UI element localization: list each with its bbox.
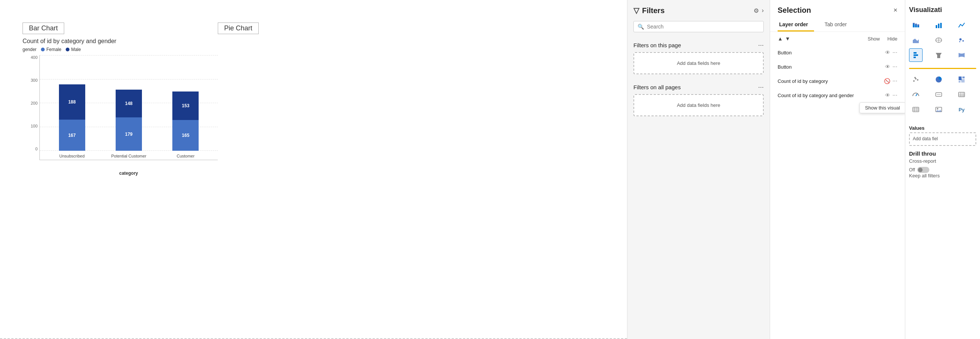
tab-layer-order[interactable]: Layer order (778, 18, 814, 32)
selection-item-count-cat-gender[interactable]: Count of id by category and gender 👁 ···… (773, 88, 902, 102)
sel-item-actions-4: 👁 ··· (885, 92, 897, 99)
filters-on-this-page-section: Filters on this page ··· Add data fields… (633, 38, 764, 74)
drill-through-section: Drill throu Cross-report Off Keep all fi… (909, 150, 976, 179)
sel-item-left-1: Button (778, 50, 792, 55)
sel-item-dots-3[interactable]: ··· (892, 78, 897, 84)
viz-icon-matrix[interactable] (909, 103, 923, 116)
y-tick-0: 0 (35, 147, 38, 151)
sel-item-left-2: Button (778, 64, 792, 70)
sel-item-dots-1[interactable]: ··· (892, 49, 897, 56)
svg-rect-8 (940, 23, 942, 28)
viz-icon-gauge[interactable] (909, 88, 923, 101)
svg-line-29 (916, 94, 917, 96)
viz-yellow-bar (909, 68, 976, 69)
viz-icon-image[interactable] (932, 103, 945, 116)
bar-male-3: 153 (172, 92, 199, 120)
viz-panel: Visualizati (905, 0, 980, 339)
svg-point-20 (913, 80, 915, 82)
filters-header-right: ⚙ › (754, 7, 764, 14)
filters-on-this-page-dots[interactable]: ··· (758, 41, 764, 49)
filters-title-text: Filters (642, 6, 665, 15)
viz-icons-grid-2: Py (909, 73, 976, 116)
sel-item-label-2: Button (778, 64, 792, 70)
legend-label: gender (22, 47, 37, 52)
filters-on-this-page-header: Filters on this page ··· (633, 38, 764, 52)
sel-item-eye-2[interactable]: 👁 (885, 64, 890, 70)
search-box[interactable]: 🔍 (633, 21, 764, 32)
drill-through-title: Drill throu (909, 150, 976, 157)
bar-chart-widget[interactable]: Bar Chart Count of id by category and ge… (22, 22, 218, 180)
tab-tab-order[interactable]: Tab order (823, 18, 853, 32)
viz-add-data-field[interactable]: Add data fiel (909, 132, 976, 146)
legend-item-female: Female (41, 47, 61, 52)
sel-item-eye-4[interactable]: 👁 (885, 92, 890, 98)
filters-on-this-page-label: Filters on this page (633, 42, 681, 48)
move-up-button[interactable]: ▲ (778, 36, 783, 42)
selection-controls: ▲ ▼ Show Hide (770, 32, 905, 45)
filters-on-all-pages-dots[interactable]: ··· (758, 83, 764, 91)
filters-settings-icon[interactable]: ⚙ (754, 7, 759, 14)
sel-item-label-4: Count of id by category and gender (778, 93, 854, 98)
viz-icon-treemap[interactable] (955, 73, 968, 86)
filters-expand-icon[interactable]: › (762, 7, 764, 14)
y-tick-400: 400 (31, 55, 38, 60)
bar-group-customer: 153 165 Customer (172, 92, 199, 151)
svg-rect-32 (959, 92, 965, 97)
svg-rect-7 (938, 24, 939, 28)
toggle-track[interactable] (917, 167, 929, 173)
search-icon: 🔍 (638, 24, 644, 30)
canvas-area: Bar Chart Count of id by category and ge… (0, 0, 627, 339)
arrow-buttons: ▲ ▼ (778, 36, 791, 42)
viz-icon-pie[interactable] (932, 73, 945, 86)
sel-item-eye-3[interactable]: 🚫 (884, 78, 890, 84)
bars-area: 188 167 Unsubscribed 148 179 Potential C… (40, 55, 218, 160)
add-data-field-this-page[interactable]: Add data fields here (633, 52, 764, 74)
viz-icons-grid (909, 18, 976, 62)
viz-icon-bar[interactable] (909, 48, 923, 62)
legend-female-label: Female (46, 47, 61, 52)
add-data-field-all-pages[interactable]: Add data fields here (633, 94, 764, 116)
viz-icon-python[interactable]: Py (955, 103, 968, 116)
bar-label-3: Customer (177, 154, 194, 158)
svg-point-13 (959, 38, 962, 41)
viz-icon-scatter[interactable] (909, 73, 923, 86)
bar-male-1: 188 (59, 84, 85, 120)
chart-legend: gender Female Male (22, 47, 218, 52)
move-down-button[interactable]: ▼ (785, 36, 791, 42)
selection-item-button-2[interactable]: Button 👁 ··· (773, 60, 902, 74)
svg-rect-27 (959, 81, 961, 82)
filters-on-all-pages-section: Filters on all pages ··· Add data fields… (633, 80, 764, 116)
viz-icon-area[interactable] (909, 33, 923, 47)
svg-rect-1 (913, 23, 915, 24)
bar-chart-label: Bar Chart (22, 22, 64, 34)
svg-point-43 (937, 108, 938, 109)
svg-point-15 (959, 41, 961, 43)
selection-item-button-1[interactable]: Button 👁 ··· (773, 45, 902, 60)
cross-report-row: Cross-report (909, 158, 976, 164)
viz-icon-map[interactable] (932, 33, 945, 47)
selection-item-count-category[interactable]: Count of id by category 🚫 ··· (773, 74, 902, 88)
viz-icon-funnel[interactable] (932, 48, 945, 62)
search-input[interactable] (647, 24, 760, 30)
svg-rect-17 (913, 54, 918, 56)
viz-icon-card[interactable] (932, 88, 945, 101)
sel-item-dots-2[interactable]: ··· (892, 63, 897, 70)
svg-rect-0 (913, 24, 915, 27)
bar-label-2: Potential Customer (111, 154, 146, 158)
viz-icon-stacked-bar[interactable] (909, 18, 923, 32)
viz-icon-dot-map[interactable] (955, 33, 968, 47)
selection-header: Selection × (770, 0, 905, 14)
viz-icon-ribbon[interactable] (955, 48, 968, 62)
svg-point-22 (917, 79, 918, 81)
sel-item-dots-4[interactable]: ··· (892, 92, 897, 99)
svg-rect-16 (913, 52, 916, 54)
viz-icon-line[interactable] (955, 18, 968, 32)
sel-item-eye-1[interactable]: 👁 (885, 49, 890, 55)
selection-close-button[interactable]: × (893, 6, 897, 14)
y-axis: 400 300 200 100 0 (22, 55, 40, 160)
toggle-off-row[interactable]: Off (909, 167, 976, 173)
svg-rect-18 (913, 57, 916, 58)
viz-icon-column[interactable] (932, 18, 945, 32)
pie-chart-widget[interactable]: Pie Chart (218, 22, 293, 52)
viz-icon-table[interactable] (955, 88, 968, 101)
